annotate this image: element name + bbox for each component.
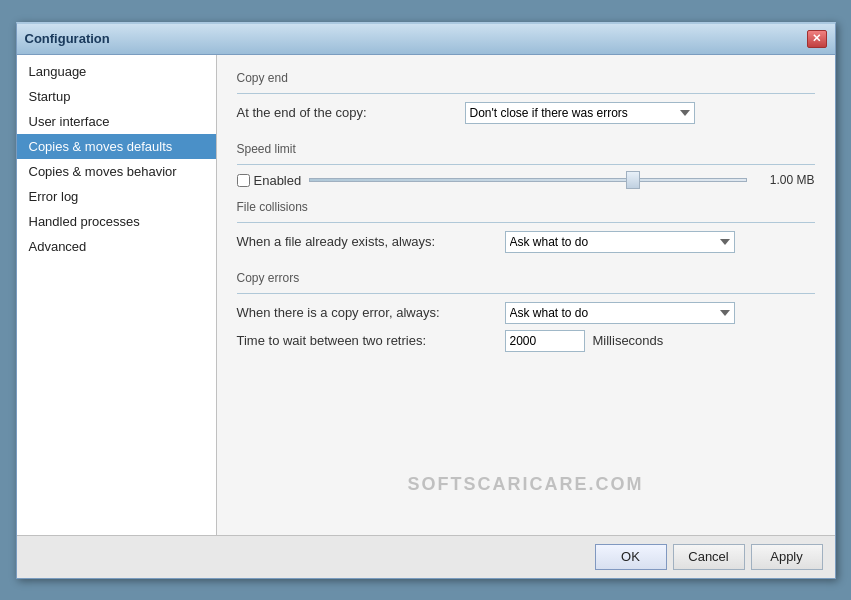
window-body: LanguageStartupUser interfaceCopies & mo… <box>17 55 835 535</box>
sidebar-item-language[interactable]: Language <box>17 59 216 84</box>
window-title: Configuration <box>25 31 110 46</box>
ok-button[interactable]: OK <box>595 544 667 570</box>
speed-limit-label: Speed limit <box>237 142 815 156</box>
file-collisions-label: File collisions <box>237 200 815 214</box>
speed-slider-container <box>309 178 746 182</box>
copy-errors-field-label: When there is a copy error, always: <box>237 305 497 320</box>
sidebar-item-copies-moves-behavior[interactable]: Copies & moves behavior <box>17 159 216 184</box>
sidebar: LanguageStartupUser interfaceCopies & mo… <box>17 55 217 535</box>
sidebar-item-startup[interactable]: Startup <box>17 84 216 109</box>
speed-limit-section: Speed limit Enabled 1.00 MB <box>237 142 815 188</box>
footer: OK Cancel Apply <box>17 535 835 578</box>
copy-end-label: Copy end <box>237 71 815 85</box>
wait-time-label: Time to wait between two retries: <box>237 333 497 348</box>
copy-errors-section: Copy errors When there is a copy error, … <box>237 271 815 358</box>
copy-end-field-label: At the end of the copy: <box>237 105 457 120</box>
speed-enabled-checkbox[interactable] <box>237 174 250 187</box>
sidebar-item-advanced[interactable]: Advanced <box>17 234 216 259</box>
watermark: SOFTSCARICARE.COM <box>217 474 835 495</box>
speed-slider-value: 1.00 MB <box>755 173 815 187</box>
file-collisions-dropdown[interactable]: Ask what to doOverwriteSkipRename <box>505 231 735 253</box>
sidebar-item-copies-moves-defaults[interactable]: Copies & moves defaults <box>17 134 216 159</box>
milliseconds-label: Milliseconds <box>593 333 664 348</box>
file-collisions-section: File collisions When a file already exis… <box>237 200 815 259</box>
copy-end-row: At the end of the copy: Don't close if t… <box>237 102 815 124</box>
title-bar: Configuration ✕ <box>17 24 835 55</box>
copy-errors-label: Copy errors <box>237 271 815 285</box>
sidebar-item-user-interface[interactable]: User interface <box>17 109 216 134</box>
close-button[interactable]: ✕ <box>807 30 827 48</box>
speed-slider[interactable] <box>309 178 746 182</box>
copy-errors-dropdown[interactable]: Ask what to doRetrySkipCancel <box>505 302 735 324</box>
configuration-window: Configuration ✕ LanguageStartupUser inte… <box>16 22 836 579</box>
file-collisions-row: When a file already exists, always: Ask … <box>237 231 815 253</box>
copy-end-dropdown[interactable]: Don't close if there was errorsCloseAsk … <box>465 102 695 124</box>
enabled-checkbox-label[interactable]: Enabled <box>237 173 302 188</box>
sidebar-item-handled-processes[interactable]: Handled processes <box>17 209 216 234</box>
copy-end-section: Copy end At the end of the copy: Don't c… <box>237 71 815 130</box>
wait-time-row: Time to wait between two retries: Millis… <box>237 330 815 352</box>
content-area: Copy end At the end of the copy: Don't c… <box>217 55 835 535</box>
speed-row: Enabled 1.00 MB <box>237 173 815 188</box>
wait-time-input[interactable] <box>505 330 585 352</box>
enabled-label-text: Enabled <box>254 173 302 188</box>
cancel-button[interactable]: Cancel <box>673 544 745 570</box>
sidebar-item-error-log[interactable]: Error log <box>17 184 216 209</box>
file-collisions-field-label: When a file already exists, always: <box>237 234 497 249</box>
apply-button[interactable]: Apply <box>751 544 823 570</box>
copy-errors-row: When there is a copy error, always: Ask … <box>237 302 815 324</box>
